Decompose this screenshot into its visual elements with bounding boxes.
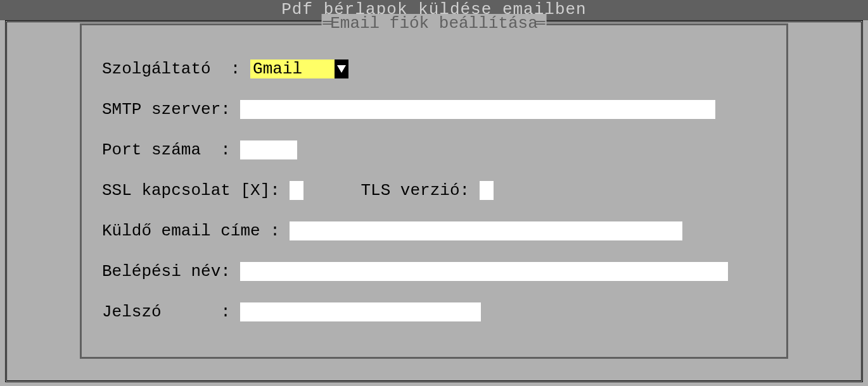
panel-legend: Email fiók beállítása <box>322 14 547 33</box>
row-login: Belépési név: <box>102 259 766 283</box>
provider-dropdown[interactable]: Gmail <box>250 59 348 78</box>
sender-email-input[interactable] <box>290 221 682 240</box>
label-provider: Szolgáltató : <box>102 59 250 78</box>
outer-frame: Email fiók beállítása Szolgáltató : Gmai… <box>5 20 863 382</box>
provider-selected[interactable]: Gmail <box>250 59 335 78</box>
smtp-input[interactable] <box>240 100 715 119</box>
row-sender: Küldő email címe : <box>102 219 766 243</box>
password-input[interactable] <box>240 302 481 321</box>
label-login: Belépési név: <box>102 262 240 281</box>
form-area: Szolgáltató : Gmail SMTP szerver: <box>102 57 766 324</box>
email-settings-panel: Email fiók beállítása Szolgáltató : Gmai… <box>80 23 788 359</box>
label-port: Port száma : <box>102 140 240 159</box>
row-provider: Szolgáltató : Gmail <box>102 57 766 81</box>
svg-marker-0 <box>337 65 346 73</box>
label-smtp: SMTP szerver: <box>102 100 240 119</box>
row-ssl-tls: SSL kapcsolat [X]: TLS verzió: <box>102 178 766 202</box>
tls-field[interactable] <box>480 181 494 200</box>
row-password: Jelszó : <box>102 300 766 324</box>
label-password: Jelszó : <box>102 302 240 321</box>
label-sender: Küldő email címe : <box>102 221 290 240</box>
label-tls: TLS verzió: <box>361 181 479 200</box>
panel-title: Email fiók beállítása <box>323 14 546 33</box>
fieldset-border: Email fiók beállítása Szolgáltató : Gmai… <box>80 23 788 359</box>
row-port: Port száma : <box>102 138 766 162</box>
port-input[interactable] <box>240 140 297 159</box>
row-smtp: SMTP szerver: <box>102 97 766 121</box>
ssl-field[interactable] <box>290 181 303 200</box>
chevron-down-icon[interactable] <box>335 59 348 78</box>
login-input[interactable] <box>240 262 728 281</box>
label-ssl: SSL kapcsolat [X]: <box>102 181 290 200</box>
